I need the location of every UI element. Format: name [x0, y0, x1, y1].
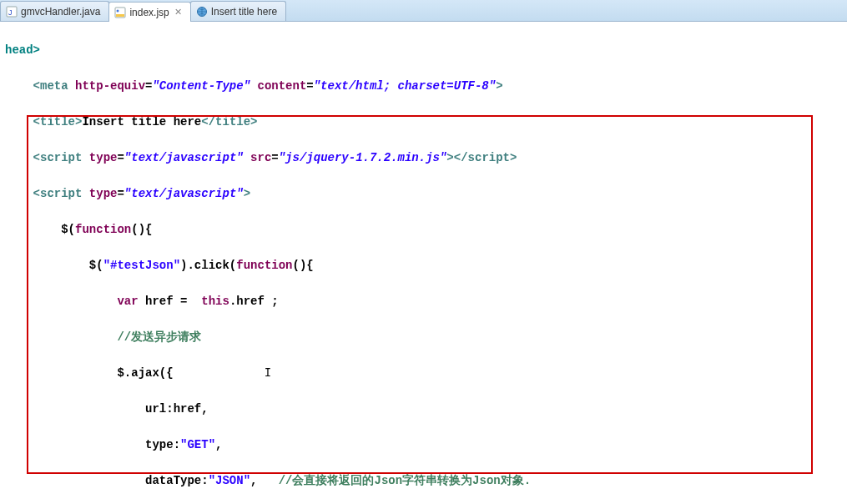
tab-jsp-file[interactable]: index.jsp ✕ [108, 2, 190, 22]
code-text: = [306, 79, 313, 93]
code-text: "text/javascript" [124, 187, 244, 200]
code-text: title [40, 115, 75, 129]
tab-java-file[interactable]: J gmvcHandler.java [0, 1, 109, 21]
code-text: > [510, 151, 517, 164]
code-text [82, 187, 88, 200]
svg-text:J: J [8, 8, 13, 17]
code-text: dataType: [145, 474, 209, 487]
code-text: < [33, 79, 40, 93]
code-text: > [250, 115, 257, 129]
editor-tabs: J gmvcHandler.java index.jsp ✕ Insert ti… [0, 0, 847, 22]
java-icon: J [6, 6, 18, 18]
code-text: $.ajax({ [117, 366, 173, 380]
code-text [68, 79, 75, 93]
code-text: > [244, 187, 250, 200]
code-text: //发送异步请求 [117, 330, 201, 344]
code-text: type [89, 151, 118, 164]
code-text [244, 151, 250, 164]
code-text: script [468, 151, 510, 164]
code-text: = [271, 151, 278, 164]
code-text: //会直接将返回的Json字符串转换为Json对象. [279, 474, 531, 487]
code-text: "GET" [180, 438, 215, 451]
code-text: .href ; [229, 295, 279, 308]
code-text: "Content-Type" [152, 79, 250, 93]
code-text: href = [139, 295, 202, 308]
code-text: < [33, 187, 40, 200]
code-text: $( [61, 223, 75, 236]
svg-rect-4 [116, 14, 124, 17]
code-text: this [201, 295, 229, 308]
code-text: = [117, 151, 124, 164]
code-text: "js/jquery-1.7.2.min.js" [279, 151, 447, 164]
svg-point-3 [117, 9, 119, 12]
code-text: , [215, 438, 222, 451]
code-text: = [117, 187, 124, 200]
tab-label: Insert title here [211, 6, 277, 18]
close-icon[interactable]: ✕ [174, 7, 182, 18]
code-text: $( [89, 259, 103, 272]
code-text: < [33, 115, 40, 129]
code-text: "text/javascript" [124, 151, 244, 164]
code-editor[interactable]: head> <meta http-equiv="Content-Type" co… [0, 22, 847, 504]
code-text: </ [201, 115, 215, 129]
code-text: title [215, 115, 250, 129]
code-text: ).click( [180, 259, 236, 272]
jsp-icon [114, 7, 126, 18]
code-text: (){ [131, 223, 152, 236]
code-text: script [40, 151, 82, 164]
code-text: type [89, 187, 118, 200]
code-text: "JSON" [209, 474, 250, 487]
code-text: head [5, 43, 33, 57]
code-text: "#testJson" [103, 259, 180, 272]
code-text: > [446, 151, 453, 164]
text-cursor-icon: I [265, 366, 271, 380]
code-text: Insert title here [82, 115, 201, 129]
code-text: > [33, 43, 40, 57]
code-text: (){ [293, 259, 314, 272]
tab-browser-preview[interactable]: Insert title here [190, 1, 286, 21]
globe-icon [196, 6, 208, 18]
code-text: src [250, 151, 271, 164]
code-text: url:href, [145, 402, 209, 416]
code-text: meta [40, 79, 68, 93]
code-text: type: [145, 438, 180, 451]
code-text: , [250, 474, 279, 487]
code-text: function [236, 259, 292, 272]
code-text: var [117, 295, 138, 308]
code-text: function [75, 223, 131, 236]
code-text: </ [454, 151, 468, 164]
code-text: "text/html; charset=UTF-8" [314, 79, 496, 93]
code-text: > [496, 79, 502, 93]
code-text [82, 151, 88, 164]
code-text: content [257, 79, 306, 93]
tab-label: index.jsp [129, 7, 169, 18]
code-text: script [40, 187, 82, 200]
code-text: http-equiv [75, 79, 145, 93]
code-text: < [33, 151, 40, 164]
tab-label: gmvcHandler.java [21, 6, 100, 18]
